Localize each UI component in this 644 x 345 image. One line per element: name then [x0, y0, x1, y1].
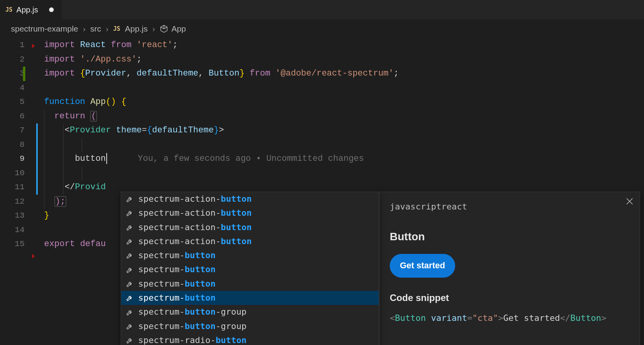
code-line [39, 138, 644, 152]
tab-filename: App.js [16, 5, 38, 14]
code-line: return ( [39, 109, 644, 124]
suggest-item[interactable]: spectrum-radio-button [121, 333, 379, 345]
suggest-documentation-panel: javascriptreact Button Get started Code … [379, 192, 640, 345]
git-added-marker-icon [23, 67, 25, 81]
snippet-icon [126, 209, 134, 217]
docs-cta-button[interactable]: Get started [390, 254, 455, 278]
suggest-text-match: button [221, 222, 252, 232]
unsaved-indicator-icon [49, 7, 54, 12]
suggest-text-pre: spectrum-action- [138, 194, 221, 204]
line-number: 13 [0, 209, 33, 223]
git-modified-marker-icon [36, 152, 38, 166]
suggest-text-match: button [185, 307, 215, 317]
git-blame-annotation: You, a few seconds ago • Uncommitted cha… [138, 154, 364, 164]
suggest-text-pre: spectrum-action- [138, 236, 221, 246]
line-number: 5 [0, 95, 33, 109]
symbol-module-icon [160, 25, 168, 33]
line-number: 4 [0, 81, 33, 95]
breadcrumb-segment[interactable]: src [90, 24, 101, 33]
code-line: import {Provider, defaultTheme, Button} … [39, 67, 644, 81]
code-line: <Provider theme={defaultTheme}> [39, 123, 644, 138]
line-number-gutter: 1 2 3 4 5 6 7 8 9 10 11 12 13 14 15 [0, 38, 33, 252]
line-number: 11 [0, 180, 33, 195]
snippet-icon [126, 280, 134, 288]
code-line [39, 166, 644, 181]
snippet-icon [126, 224, 134, 231]
suggest-text-pre: spectrum- [138, 293, 185, 303]
suggest-text-match: button [185, 250, 215, 260]
docs-language-label: javascriptreact [390, 200, 630, 214]
code-editor[interactable]: 1 2 3 4 5 6 7 8 9 10 11 12 13 14 15 impo… [0, 38, 644, 345]
suggest-text-match: button [221, 208, 252, 218]
suggest-text-pre: spectrum-action- [138, 208, 221, 218]
line-number: 12 [0, 195, 33, 209]
breadcrumb: spectrum-example › src › JS App.js › App [0, 19, 644, 38]
suggest-text-match: button [216, 335, 246, 345]
git-modified-marker-icon [36, 138, 38, 152]
suggest-item[interactable]: spectrum-button-group [121, 319, 379, 333]
git-modified-marker-icon [36, 123, 38, 138]
suggest-item[interactable]: spectrum-action-button [121, 206, 379, 220]
snippet-icon [126, 238, 134, 245]
suggest-text-pre: spectrum- [138, 307, 185, 317]
code-line: import './App.css'; [39, 53, 644, 67]
docs-title: Button [390, 230, 630, 244]
suggest-text-match: button [185, 321, 215, 331]
suggest-item[interactable]: spectrum-action-button [121, 220, 379, 234]
breadcrumb-symbol[interactable]: App [171, 24, 186, 33]
suggest-text-match: button [185, 264, 215, 274]
breadcrumb-file[interactable]: App.js [125, 24, 148, 33]
js-file-icon: JS [113, 25, 120, 32]
suggest-text-post: -group [216, 321, 246, 331]
git-modified-marker-icon [36, 166, 38, 181]
snippet-icon [126, 294, 134, 302]
code-line: button You, a few seconds ago • Uncommit… [39, 152, 644, 166]
line-number: 1 [0, 38, 33, 53]
chevron-right-icon: › [104, 24, 110, 33]
error-marker-icon [32, 254, 35, 259]
suggest-item[interactable]: spectrum-button [121, 277, 379, 291]
line-number: 6 [0, 109, 33, 124]
breadcrumb-segment[interactable]: spectrum-example [11, 24, 78, 33]
suggest-text-match: button [185, 279, 215, 289]
suggest-text-match: button [185, 293, 215, 303]
suggest-text-pre: spectrum-radio- [138, 335, 216, 345]
suggest-text-match: button [221, 236, 252, 246]
line-number: 8 [0, 138, 33, 152]
line-number: 2 [0, 53, 33, 67]
docs-code-snippet: <Button variant="cta">Get started</Butto… [390, 311, 630, 325]
close-icon[interactable] [626, 197, 633, 205]
suggest-item[interactable]: spectrum-button [121, 248, 379, 262]
suggest-item[interactable]: spectrum-button [121, 291, 379, 305]
chevron-right-icon: › [151, 24, 157, 33]
line-number: 9 [0, 152, 33, 166]
code-line: import React from 'react'; [39, 38, 644, 53]
error-marker-icon [32, 44, 35, 48]
suggest-item[interactable]: spectrum-action-button [121, 192, 379, 206]
suggest-item[interactable]: spectrum-button-group [121, 305, 379, 319]
suggest-text-pre: spectrum- [138, 264, 185, 274]
editor-tab[interactable]: JS App.js [0, 0, 62, 19]
suggest-item[interactable]: spectrum-action-button [121, 234, 379, 248]
suggest-text-pre: spectrum-action- [138, 222, 221, 232]
snippet-icon [126, 308, 134, 316]
text-cursor-icon [106, 153, 107, 164]
git-modified-marker-icon [36, 180, 38, 195]
suggest-text-pre: spectrum- [138, 321, 185, 331]
snippet-icon [126, 266, 134, 274]
line-number: 10 [0, 166, 33, 181]
suggest-text-pre: spectrum- [138, 250, 185, 260]
suggest-item[interactable]: spectrum-button [121, 262, 379, 276]
intellisense-suggest-widget[interactable]: spectrum-action-buttonspectrum-action-bu… [121, 192, 379, 345]
line-number: 7 [0, 123, 33, 138]
editor-tab-bar: JS App.js [0, 0, 644, 19]
suggest-text-pre: spectrum- [138, 279, 185, 289]
docs-snippet-heading: Code snippet [390, 291, 630, 305]
code-line [39, 81, 644, 95]
line-number: 14 [0, 223, 33, 238]
snippet-icon [126, 322, 134, 330]
line-number: 15 [0, 237, 33, 252]
snippet-icon [126, 195, 134, 203]
suggest-text-post: -group [216, 307, 246, 317]
line-number: 3 [0, 67, 33, 81]
